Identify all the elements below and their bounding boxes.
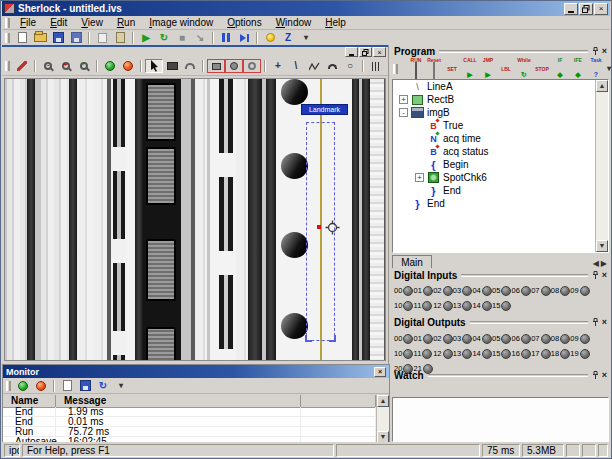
table-row[interactable]: Run75.72 ms <box>3 427 376 437</box>
led-off-icon[interactable] <box>462 286 472 296</box>
stop-button[interactable] <box>32 379 50 393</box>
instruction-if-button[interactable]: IF◆ <box>551 61 569 78</box>
led-off-icon[interactable] <box>482 334 492 344</box>
refresh-button[interactable]: ↻ <box>94 379 112 393</box>
led-off-icon[interactable] <box>521 286 531 296</box>
drag-grip[interactable] <box>6 381 11 391</box>
run-continuous-button[interactable]: ↻ <box>155 31 173 45</box>
led-off-icon[interactable] <box>501 334 511 344</box>
scroll-up-button[interactable]: ▲ <box>377 395 389 407</box>
tree-row[interactable]: }End <box>393 197 608 210</box>
clear-button[interactable] <box>58 379 76 393</box>
instruction-lbl-button[interactable]: LBL <box>497 61 515 78</box>
menu-help[interactable]: Help <box>318 16 353 29</box>
instruction-ife-button[interactable]: IFE◆ <box>569 61 587 78</box>
tree-row[interactable]: +SpotChk6 <box>393 171 608 184</box>
led-off-icon[interactable] <box>580 334 590 344</box>
instruction-jmp-button[interactable]: JMP▶ <box>479 61 497 78</box>
menu-options[interactable]: Options <box>220 16 268 29</box>
led-off-icon[interactable] <box>521 334 531 344</box>
display-mode-button[interactable] <box>163 59 181 73</box>
led-off-icon[interactable] <box>560 349 570 359</box>
run-to-button[interactable]: ↘ <box>191 31 209 45</box>
instruction-while-button[interactable]: While↻ <box>515 61 533 78</box>
zoom-fit-button[interactable]: * <box>75 59 93 73</box>
roi-point-button[interactable]: + <box>269 59 287 73</box>
scroll-down-button[interactable]: ▼ <box>596 240 608 252</box>
led-off-icon[interactable] <box>423 334 433 344</box>
led-off-icon[interactable] <box>482 286 492 296</box>
led-off-icon[interactable] <box>560 334 570 344</box>
more-button[interactable]: ▾ <box>297 31 315 45</box>
close-icon[interactable]: × <box>602 47 607 56</box>
run-button[interactable]: ▶ <box>137 31 155 45</box>
menu-file[interactable]: File <box>13 16 43 29</box>
tree-scrollbar[interactable]: ▲ ▼ <box>595 80 608 252</box>
led-off-icon[interactable] <box>403 301 413 311</box>
tree-expand-plus-icon[interactable]: + <box>415 173 424 182</box>
scroll-up-button[interactable]: ▲ <box>596 80 608 92</box>
tab-main[interactable]: Main <box>392 255 432 268</box>
roi-label[interactable]: Landmark <box>301 104 348 115</box>
open-button[interactable] <box>31 31 49 45</box>
led-off-icon[interactable] <box>462 301 472 311</box>
tree-row[interactable]: }End <box>393 184 608 197</box>
led-off-icon[interactable] <box>501 301 511 311</box>
pointer-button[interactable] <box>145 59 163 73</box>
watch-panel-content[interactable] <box>392 397 609 442</box>
led-off-icon[interactable] <box>403 334 413 344</box>
roi-circle-button[interactable] <box>225 59 243 73</box>
tree-row[interactable]: -imgB <box>393 106 608 119</box>
roi-polyline-button[interactable] <box>305 59 323 73</box>
more-button[interactable]: ▾ <box>112 379 130 393</box>
led-off-icon[interactable] <box>462 334 472 344</box>
close-button[interactable]: × <box>594 3 608 15</box>
led-off-icon[interactable] <box>423 286 433 296</box>
new-button[interactable] <box>13 31 31 45</box>
roi-line-button[interactable]: \ <box>287 59 305 73</box>
toolbar-overflow-icon[interactable]: ▾ <box>607 64 611 74</box>
edit-roi-button[interactable] <box>13 59 31 73</box>
tab-scroll-left-icon[interactable]: ◀ <box>593 259 599 268</box>
tree-expand-plus-icon[interactable]: + <box>399 95 408 104</box>
start-button[interactable] <box>14 379 32 393</box>
roi-corner[interactable] <box>305 335 312 342</box>
led-off-icon[interactable] <box>541 334 551 344</box>
led-off-icon[interactable] <box>443 301 453 311</box>
led-off-icon[interactable] <box>560 286 570 296</box>
roi-rake-button[interactable] <box>367 59 385 73</box>
save-button[interactable] <box>76 379 94 393</box>
roi-corner[interactable] <box>329 335 336 342</box>
pin-icon[interactable] <box>592 371 599 380</box>
drag-grip[interactable] <box>5 33 10 43</box>
gauge-button[interactable] <box>181 59 199 73</box>
minimize-button[interactable] <box>564 3 578 15</box>
paste-button[interactable] <box>111 31 129 45</box>
led-off-icon[interactable] <box>482 349 492 359</box>
close-icon[interactable]: × <box>602 271 607 280</box>
led-off-icon[interactable] <box>443 349 453 359</box>
roi-rect-button[interactable] <box>207 59 225 73</box>
led-off-icon[interactable] <box>422 349 432 359</box>
pin-icon[interactable] <box>592 271 599 280</box>
led-off-icon[interactable] <box>482 301 492 311</box>
image-close-button[interactable]: × <box>373 47 386 57</box>
led-off-icon[interactable] <box>462 349 472 359</box>
tree-row[interactable]: Nacq time <box>393 132 608 145</box>
snooze-button[interactable]: Z <box>279 31 297 45</box>
led-off-icon[interactable] <box>580 286 590 296</box>
image-restore-button[interactable] <box>359 47 372 57</box>
stop-button[interactable]: ■ <box>173 31 191 45</box>
menu-image-window[interactable]: Image window <box>142 16 220 29</box>
pin-icon[interactable] <box>592 318 599 327</box>
menu-window[interactable]: Window <box>269 16 319 29</box>
led-off-icon[interactable] <box>541 349 551 359</box>
drag-grip[interactable] <box>5 61 10 71</box>
image-minimize-button[interactable] <box>345 47 358 57</box>
stop-acquire-button[interactable] <box>119 59 137 73</box>
save-all-button[interactable] <box>67 31 85 45</box>
tree-row[interactable]: {Begin <box>393 158 608 171</box>
roi-arc-button[interactable] <box>323 59 341 73</box>
save-button[interactable] <box>49 31 67 45</box>
step-button[interactable] <box>235 31 253 45</box>
